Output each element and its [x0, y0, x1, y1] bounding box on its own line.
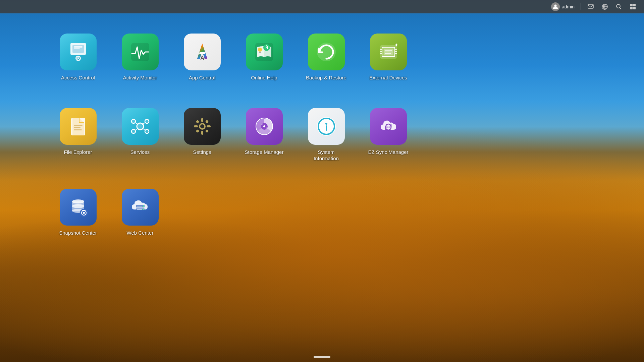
app-web-center[interactable]: Web Center — [109, 185, 171, 240]
app-row-2: File Explorer Services — [47, 105, 597, 165]
app-external-devices[interactable]: ✦ External Devices — [357, 30, 419, 84]
svg-point-65 — [266, 127, 267, 128]
svg-point-63 — [263, 125, 265, 127]
app-services[interactable]: Services — [109, 105, 171, 165]
backup-restore-icon — [308, 34, 345, 70]
system-information-icon: i — [308, 108, 345, 145]
user-menu[interactable]: admin — [549, 1, 577, 12]
svg-text:A: A — [200, 55, 204, 61]
app-backup-restore[interactable]: Backup & Restore — [295, 30, 357, 84]
external-devices-icon: ✦ — [370, 34, 407, 70]
app-access-control[interactable]: ID Access Control — [47, 30, 109, 84]
app-row-1: ID Access Control Activity Monitor — [47, 30, 597, 84]
app-app-central[interactable]: A App Central — [171, 30, 233, 84]
svg-rect-53 — [201, 118, 203, 122]
svg-rect-11 — [633, 7, 636, 9]
svg-point-78 — [83, 212, 85, 214]
snapshot-center-label: Snapshot Center — [59, 230, 97, 236]
svg-rect-8 — [630, 4, 633, 6]
svg-rect-14 — [74, 46, 83, 48]
grid-button[interactable] — [627, 2, 639, 12]
online-help-icon: N — [246, 34, 283, 70]
svg-rect-60 — [205, 129, 209, 133]
external-devices-label: External Devices — [369, 74, 407, 81]
svg-point-83 — [143, 209, 144, 210]
app-row-3: Snapshot Center Web Center — [47, 185, 597, 240]
svg-point-43 — [131, 119, 136, 123]
svg-point-52 — [200, 124, 204, 128]
svg-text:ID: ID — [76, 57, 80, 60]
app-ez-sync-manager[interactable]: EZ Sync Manager — [357, 105, 419, 165]
svg-point-46 — [145, 129, 149, 133]
activity-monitor-label: Activity Monitor — [123, 74, 157, 81]
access-control-label: Access Control — [61, 74, 95, 81]
svg-rect-55 — [194, 125, 198, 127]
svg-rect-39 — [74, 125, 83, 126]
app-file-explorer[interactable]: File Explorer — [47, 105, 109, 165]
ez-sync-manager-label: EZ Sync Manager — [368, 149, 408, 156]
svg-rect-1 — [588, 4, 593, 8]
system-information-label: SystemInformation — [314, 149, 339, 162]
svg-point-6 — [616, 4, 620, 8]
svg-rect-56 — [207, 125, 211, 127]
storage-manager-label: Storage Manager — [245, 149, 284, 156]
app-central-icon: A — [184, 34, 221, 70]
taskbar-divider-1 — [545, 3, 545, 10]
svg-rect-58 — [205, 120, 209, 123]
web-center-label: Web Center — [127, 230, 154, 236]
snapshot-center-icon — [60, 189, 97, 226]
messages-button[interactable] — [585, 2, 596, 12]
svg-point-44 — [145, 119, 149, 123]
file-explorer-icon — [60, 108, 97, 145]
svg-point-70 — [325, 123, 327, 125]
app-central-label: App Central — [189, 74, 215, 81]
app-snapshot-center[interactable]: Snapshot Center — [47, 185, 109, 240]
desktop: ID Access Control Activity Monitor — [0, 13, 644, 352]
svg-rect-57 — [196, 120, 199, 123]
storage-manager-icon — [246, 108, 283, 145]
svg-point-45 — [131, 129, 136, 133]
svg-rect-79 — [82, 210, 86, 211]
svg-rect-59 — [196, 129, 199, 133]
grid-icon — [629, 3, 637, 10]
taskbar-divider-2 — [581, 3, 581, 10]
svg-point-25 — [258, 48, 262, 52]
app-settings[interactable]: Settings — [171, 105, 233, 165]
services-label: Services — [130, 149, 150, 156]
svg-rect-40 — [74, 127, 80, 128]
svg-rect-26 — [259, 52, 261, 53]
web-center-icon — [122, 189, 159, 226]
backup-restore-label: Backup & Restore — [306, 74, 346, 81]
svg-rect-54 — [201, 131, 203, 135]
svg-point-82 — [143, 205, 144, 207]
svg-line-7 — [620, 8, 622, 9]
search-icon — [615, 3, 623, 10]
ez-sync-manager-icon — [370, 108, 407, 145]
world-button[interactable] — [599, 2, 610, 12]
services-icon — [122, 108, 159, 145]
app-online-help[interactable]: N Online Help — [233, 30, 295, 84]
svg-point-64 — [261, 124, 262, 125]
world-icon — [601, 3, 608, 10]
online-help-label: Online Help — [251, 74, 277, 81]
file-explorer-label: File Explorer — [64, 149, 92, 156]
svg-rect-9 — [633, 4, 636, 6]
svg-rect-69 — [326, 125, 327, 131]
app-activity-monitor[interactable]: Activity Monitor — [109, 30, 171, 84]
search-button[interactable] — [613, 2, 625, 12]
svg-rect-19 — [199, 52, 205, 54]
activity-monitor-icon — [122, 34, 159, 70]
settings-label: Settings — [193, 149, 211, 156]
settings-icon — [184, 108, 221, 145]
app-system-information[interactable]: i SystemInformation — [295, 105, 357, 165]
user-avatar — [551, 2, 560, 11]
access-control-icon: ID — [60, 34, 97, 70]
svg-point-42 — [137, 123, 144, 130]
svg-text:✦: ✦ — [394, 42, 398, 48]
svg-rect-15 — [74, 48, 80, 49]
app-storage-manager[interactable]: Storage Manager — [233, 105, 295, 165]
username-label: admin — [562, 4, 575, 9]
taskbar: admin — [0, 0, 644, 13]
svg-rect-10 — [630, 7, 633, 9]
svg-rect-41 — [74, 129, 82, 130]
